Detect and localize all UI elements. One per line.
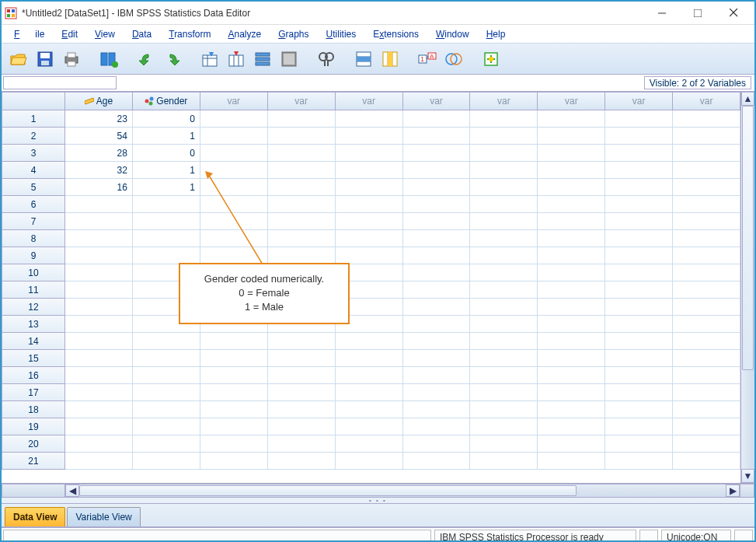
cell[interactable] <box>470 401 538 418</box>
cell[interactable] <box>336 435 403 453</box>
cell[interactable] <box>470 281 538 299</box>
row-header[interactable]: 4 <box>2 162 65 179</box>
cell[interactable] <box>538 281 605 299</box>
tab-data-view[interactable]: Data View <box>5 507 65 526</box>
cell[interactable] <box>605 453 673 470</box>
horizontal-scrollbar[interactable]: ◀ ▶ <box>2 484 754 498</box>
cell[interactable] <box>470 264 538 281</box>
cell[interactable] <box>200 367 268 384</box>
cell[interactable] <box>133 213 200 230</box>
cell[interactable] <box>673 350 740 367</box>
vertical-scrollbar[interactable]: ▲ ▼ <box>740 92 754 483</box>
cell[interactable] <box>673 453 740 470</box>
cell[interactable] <box>65 213 133 230</box>
cell[interactable] <box>133 247 200 264</box>
goto-case-icon[interactable] <box>197 47 222 72</box>
column-header-empty[interactable]: var <box>673 92 740 110</box>
cell[interactable] <box>403 230 471 247</box>
cell[interactable] <box>133 350 200 367</box>
cell[interactable] <box>200 435 268 453</box>
scroll-down-icon[interactable]: ▼ <box>741 469 754 483</box>
save-icon[interactable] <box>33 47 57 72</box>
cell[interactable] <box>133 196 200 213</box>
cell[interactable] <box>268 384 336 401</box>
cell[interactable] <box>268 401 336 418</box>
cell[interactable] <box>268 145 336 162</box>
menu-analyze[interactable]: Analyze <box>220 27 269 41</box>
cell[interactable] <box>538 145 605 162</box>
cell[interactable] <box>336 162 403 179</box>
menu-file[interactable]: File <box>6 27 52 41</box>
cell[interactable] <box>133 367 200 384</box>
cell[interactable] <box>403 145 471 162</box>
cell[interactable] <box>470 110 538 128</box>
cell[interactable] <box>605 247 673 264</box>
cell[interactable]: 23 <box>65 110 133 128</box>
row-header[interactable]: 1 <box>2 110 65 128</box>
cell[interactable] <box>673 333 740 350</box>
cell[interactable] <box>65 384 133 401</box>
cell[interactable] <box>605 435 673 453</box>
row-header[interactable]: 3 <box>2 145 65 162</box>
cell[interactable] <box>673 213 740 230</box>
cell[interactable] <box>403 453 471 470</box>
row-header[interactable]: 14 <box>2 333 65 350</box>
cell[interactable] <box>538 213 605 230</box>
cell[interactable] <box>673 435 740 453</box>
cell[interactable] <box>538 230 605 247</box>
cell[interactable] <box>403 316 471 333</box>
cell[interactable] <box>673 418 740 435</box>
splitter-handle[interactable]: • • • <box>2 498 754 504</box>
column-header-gender[interactable]: Gender <box>133 92 200 110</box>
cell[interactable] <box>268 247 336 264</box>
cell[interactable] <box>403 384 471 401</box>
cell[interactable] <box>65 453 133 470</box>
cell[interactable]: 1 <box>133 128 200 145</box>
cell[interactable] <box>403 213 471 230</box>
cell[interactable] <box>470 145 538 162</box>
undo-icon[interactable] <box>134 47 159 72</box>
cell[interactable] <box>268 128 336 145</box>
cell[interactable] <box>65 281 133 299</box>
row-header[interactable]: 12 <box>2 299 65 316</box>
cell[interactable] <box>673 179 740 196</box>
cell[interactable] <box>470 299 538 316</box>
print-icon[interactable] <box>59 47 84 72</box>
cell[interactable] <box>403 281 471 299</box>
cell[interactable] <box>605 110 673 128</box>
use-sets-icon[interactable] <box>441 47 466 72</box>
cell[interactable]: 54 <box>65 128 133 145</box>
redo-icon[interactable] <box>160 47 185 72</box>
cell[interactable] <box>605 162 673 179</box>
cell[interactable] <box>403 299 471 316</box>
cell[interactable] <box>470 230 538 247</box>
cell[interactable] <box>336 418 403 435</box>
cell[interactable] <box>200 453 268 470</box>
cell[interactable] <box>605 350 673 367</box>
cell[interactable] <box>133 418 200 435</box>
cell[interactable]: 0 <box>133 145 200 162</box>
cell[interactable] <box>403 196 471 213</box>
cell[interactable] <box>403 435 471 453</box>
cell[interactable] <box>470 162 538 179</box>
cell[interactable] <box>673 162 740 179</box>
cell[interactable] <box>538 333 605 350</box>
cell[interactable] <box>605 145 673 162</box>
cell[interactable] <box>673 281 740 299</box>
cell[interactable] <box>605 418 673 435</box>
open-icon[interactable] <box>6 47 31 72</box>
cell[interactable] <box>673 110 740 128</box>
cell[interactable] <box>470 196 538 213</box>
cell[interactable] <box>200 247 268 264</box>
cell[interactable] <box>605 264 673 281</box>
cell[interactable] <box>65 350 133 367</box>
cell[interactable] <box>200 196 268 213</box>
customize-toolbar-icon[interactable] <box>479 47 503 72</box>
cell[interactable] <box>673 230 740 247</box>
cell[interactable] <box>403 110 471 128</box>
minimize-button[interactable] <box>644 2 680 25</box>
goto-variable-icon[interactable] <box>224 47 249 72</box>
cell[interactable] <box>673 128 740 145</box>
column-header-empty[interactable]: var <box>470 92 538 110</box>
row-header[interactable]: 10 <box>2 264 65 281</box>
